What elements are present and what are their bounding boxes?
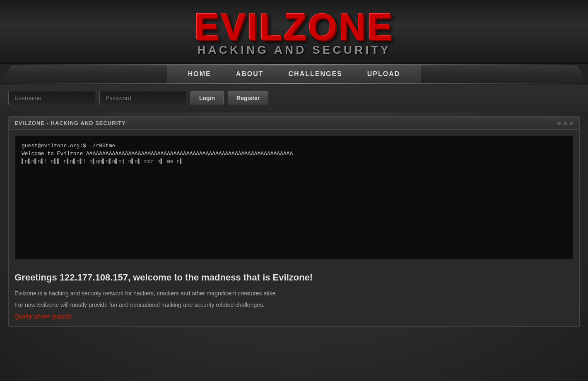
logo-title: EVILZONE — [194, 8, 394, 46]
site-header: EVILZONE HACKING AND SECURITY — [0, 0, 588, 64]
register-button[interactable]: Register — [228, 91, 268, 105]
password-input[interactable] — [99, 91, 186, 105]
terminal-line-2: Welcome to Evilzone AAAAAAAAAAAAAAAAAAAA… — [22, 151, 566, 157]
terminal-line-3: ▌n▌n▌n▌! n▌▌ n▌n▌n▌! n▌qn▌n▌n▌nj n▌n▌ md… — [22, 158, 566, 165]
panel-controls — [557, 121, 574, 125]
panel-header: EVILZONE - HACKING AND SECURITY — [9, 117, 579, 130]
username-input[interactable] — [8, 91, 95, 105]
nav-wrapper: HOME ABOUT CHALLENGES UPLOAD — [0, 64, 588, 84]
login-button[interactable]: Login — [190, 91, 224, 105]
quality-line: Quality above quantity. — [14, 313, 574, 320]
panel-dot-1 — [557, 121, 561, 125]
main-panel: EVILZONE - HACKING AND SECURITY guest@ev… — [8, 116, 580, 327]
panel-title: EVILZONE - HACKING AND SECURITY — [14, 120, 126, 126]
logo-subtitle: HACKING AND SECURITY — [194, 43, 394, 57]
nav-item-home[interactable]: HOME — [176, 65, 224, 83]
nav-item-upload[interactable]: UPLOAD — [355, 65, 413, 83]
welcome-heading: Greetings 122.177.108.157, welcome to th… — [14, 272, 574, 283]
nav-bar: HOME ABOUT CHALLENGES UPLOAD — [0, 64, 588, 84]
nav-item-challenges[interactable]: CHALLENGES — [276, 65, 355, 83]
description-line-2: For now Evilzone will mostly provide fun… — [14, 300, 574, 309]
terminal: guest@evilzone.org:$ ./r00tme Welcome to… — [14, 136, 574, 260]
nav-inner: HOME ABOUT CHALLENGES UPLOAD — [167, 65, 422, 83]
panel-dot-2 — [563, 121, 567, 125]
terminal-line-1: guest@evilzone.org:$ ./r00tme — [22, 143, 566, 149]
welcome-section: Greetings 122.177.108.157, welcome to th… — [9, 266, 579, 326]
logo: EVILZONE HACKING AND SECURITY — [194, 8, 394, 57]
nav-item-about[interactable]: ABOUT — [224, 65, 276, 83]
panel-dot-3 — [569, 121, 574, 125]
description-line-1: Evilzone is a hacking and security netwo… — [14, 289, 574, 298]
login-bar: Login Register — [0, 84, 588, 112]
